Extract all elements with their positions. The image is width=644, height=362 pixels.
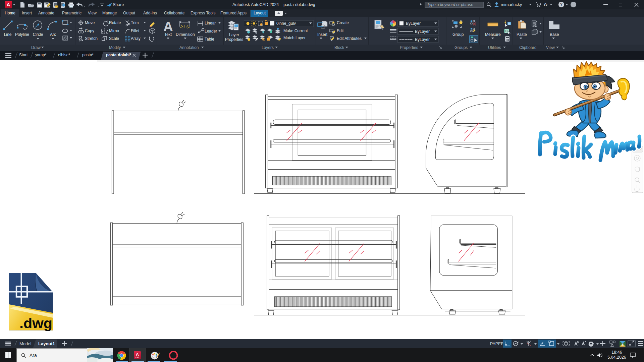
svg-text:Move: Move <box>85 20 95 25</box>
svg-text:Block: Block <box>334 45 344 50</box>
svg-text:Base: Base <box>550 32 559 37</box>
svg-text:Match Layer: Match Layer <box>283 36 306 40</box>
svg-text:Table: Table <box>205 37 214 42</box>
svg-text:Line: Line <box>4 32 12 37</box>
svg-text:ByLayer: ByLayer <box>406 21 421 26</box>
svg-text:ByLayer: ByLayer <box>415 37 430 42</box>
svg-text:Create: Create <box>337 20 349 25</box>
svg-text:Properties: Properties <box>400 45 418 50</box>
svg-text:Scale: Scale <box>109 36 119 41</box>
svg-text:Rotate: Rotate <box>109 20 121 25</box>
svg-text:Circle: Circle <box>33 32 43 37</box>
svg-text:Copy: Copy <box>85 28 94 33</box>
svg-text:Measure: Measure <box>485 32 501 37</box>
svg-text:Dimension: Dimension <box>176 32 195 37</box>
svg-text:Edit Attributes: Edit Attributes <box>337 36 362 41</box>
svg-text:ByLayer: ByLayer <box>415 29 430 34</box>
svg-text:Groups: Groups <box>454 45 468 50</box>
svg-text:Annotation: Annotation <box>179 45 199 50</box>
svg-text:Leader: Leader <box>205 29 217 34</box>
svg-text:Fillet: Fillet <box>131 28 140 33</box>
svg-text:Layers: Layers <box>262 45 274 50</box>
svg-text:Layer: Layer <box>229 33 239 37</box>
svg-text:Linear: Linear <box>205 21 216 25</box>
svg-text:Arc: Arc <box>50 32 56 37</box>
svg-text:Edit: Edit <box>337 28 344 33</box>
svg-text:Mirror: Mirror <box>109 28 119 33</box>
svg-text:Layout1: Layout1 <box>38 341 55 346</box>
svg-text:Utilities: Utilities <box>488 45 501 50</box>
svg-text:Modify: Modify <box>109 45 121 50</box>
svg-text:Model: Model <box>19 341 32 346</box>
svg-text:Stretch: Stretch <box>85 36 98 41</box>
svg-text:PAPER: PAPER <box>490 342 504 346</box>
svg-text:Paste: Paste <box>517 32 527 37</box>
svg-text:Trim: Trim <box>131 20 139 25</box>
svg-text:0inne_gulv: 0inne_gulv <box>276 21 296 26</box>
svg-text:Clipboard: Clipboard <box>519 45 536 50</box>
svg-text:Properties: Properties <box>225 37 244 42</box>
svg-text:Draw: Draw <box>31 45 41 50</box>
svg-text:Polyline: Polyline <box>15 32 29 37</box>
svg-text:A: A <box>163 19 173 34</box>
svg-text:Text: Text <box>164 32 172 37</box>
svg-text:Insert: Insert <box>317 32 328 37</box>
svg-text:Group: Group <box>452 32 464 37</box>
svg-text:View: View <box>546 45 555 50</box>
svg-text:.dwg: .dwg <box>19 315 52 331</box>
svg-text:Array: Array <box>131 36 141 41</box>
svg-text:Make Current: Make Current <box>283 28 308 33</box>
